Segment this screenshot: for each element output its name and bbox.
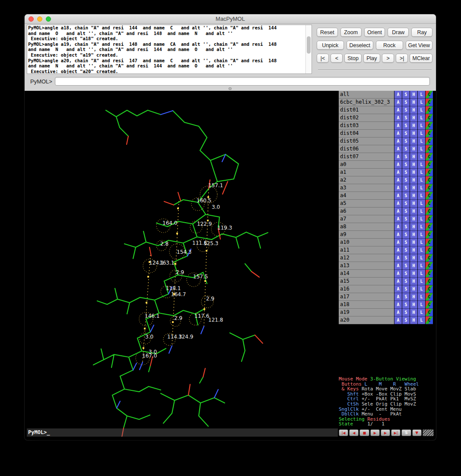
reset-button[interactable]: Reset (317, 28, 338, 37)
object-name[interactable]: a20 (339, 316, 394, 324)
object-action-h-button[interactable]: H (410, 106, 417, 114)
object-action-l-button[interactable]: L (418, 293, 425, 301)
close-button[interactable] (29, 16, 34, 22)
object-action-a-button[interactable]: A (394, 254, 402, 262)
movie-step-forward-button[interactable]: ▶ (381, 429, 390, 436)
object-action-h-button[interactable]: H (410, 130, 417, 137)
molecule-viewport[interactable]: 157.1160.53.0164.0122.9119.32.8111.6125.… (27, 91, 338, 437)
object-action-l-button[interactable]: L (418, 270, 425, 278)
object-action-l-button[interactable]: L (418, 153, 425, 161)
object-action-s-button[interactable]: S (402, 176, 410, 184)
splitter-handle[interactable] (229, 87, 232, 90)
fullscreen-button[interactable] (46, 16, 51, 22)
object-name[interactable]: dist05 (339, 137, 394, 145)
object-action-c-button[interactable]: C (426, 137, 433, 145)
object-action-c-button[interactable]: C (426, 153, 433, 161)
minimize-button[interactable] (37, 16, 42, 22)
object-action-a-button[interactable]: A (394, 130, 402, 137)
object-action-s-button[interactable]: S (402, 301, 410, 309)
object-name[interactable]: a1 (339, 169, 394, 176)
deselect-button[interactable]: Deselect (347, 41, 374, 50)
object-name[interactable]: dist01 (339, 106, 394, 114)
object-action-a-button[interactable]: A (394, 114, 402, 122)
object-action-c-button[interactable]: C (426, 200, 433, 208)
object-action-s-button[interactable]: S (402, 278, 410, 285)
object-action-c-button[interactable]: C (426, 239, 433, 246)
object-action-h-button[interactable]: H (410, 91, 417, 99)
movie-rewind-button[interactable]: |< (317, 54, 329, 63)
zoom-button[interactable]: Zoom (340, 28, 362, 37)
object-action-s-button[interactable]: S (402, 293, 410, 301)
object-action-s-button[interactable]: S (402, 200, 410, 208)
object-name[interactable]: a19 (339, 309, 394, 316)
object-action-a-button[interactable]: A (394, 153, 402, 161)
object-name[interactable]: a12 (339, 254, 394, 262)
object-action-h-button[interactable]: H (410, 208, 417, 215)
object-action-c-button[interactable]: C (426, 262, 433, 270)
object-action-c-button[interactable]: C (426, 130, 433, 137)
object-name[interactable]: dist02 (339, 114, 394, 122)
object-action-a-button[interactable]: A (394, 316, 402, 324)
object-action-l-button[interactable]: L (418, 223, 425, 231)
object-action-c-button[interactable]: C (426, 316, 433, 324)
object-action-l-button[interactable]: L (418, 137, 425, 145)
object-action-l-button[interactable]: L (418, 99, 425, 106)
object-action-c-button[interactable]: C (426, 208, 433, 215)
object-name[interactable]: a0 (339, 161, 394, 169)
object-name[interactable]: a4 (339, 192, 394, 200)
object-action-l-button[interactable]: L (418, 176, 425, 184)
object-action-l-button[interactable]: L (418, 192, 425, 200)
object-name[interactable]: a17 (339, 293, 394, 301)
object-action-s-button[interactable]: S (402, 231, 410, 239)
object-action-c-button[interactable]: C (426, 270, 433, 278)
draw-button[interactable]: Draw (388, 28, 409, 37)
object-name[interactable]: dist04 (339, 130, 394, 137)
object-action-c-button[interactable]: C (426, 184, 433, 192)
object-action-s-button[interactable]: S (402, 270, 410, 278)
object-action-h-button[interactable]: H (410, 254, 417, 262)
resize-grip[interactable] (423, 429, 434, 436)
object-action-s-button[interactable]: S (402, 91, 410, 99)
object-action-l-button[interactable]: L (418, 130, 425, 137)
object-action-a-button[interactable]: A (394, 231, 402, 239)
fullscreen-toggle-button[interactable]: ▼ (412, 429, 422, 436)
movie-stop-small-button[interactable]: ■ (359, 429, 369, 436)
object-action-s-button[interactable]: S (402, 316, 410, 324)
object-action-c-button[interactable]: C (426, 293, 433, 301)
object-action-l-button[interactable]: L (418, 262, 425, 270)
object-action-h-button[interactable]: H (410, 293, 417, 301)
object-action-c-button[interactable]: C (426, 285, 433, 293)
object-name[interactable]: dist03 (339, 122, 394, 130)
object-action-a-button[interactable]: A (394, 137, 402, 145)
object-action-a-button[interactable]: A (394, 285, 402, 293)
object-action-c-button[interactable]: C (426, 99, 433, 106)
object-name[interactable]: a3 (339, 184, 394, 192)
object-name[interactable]: a6 (339, 208, 394, 215)
object-action-h-button[interactable]: H (410, 301, 417, 309)
object-action-s-button[interactable]: S (402, 130, 410, 137)
object-action-h-button[interactable]: H (410, 316, 417, 324)
object-action-l-button[interactable]: L (418, 278, 425, 285)
object-action-s-button[interactable]: S (402, 223, 410, 231)
object-action-c-button[interactable]: C (426, 231, 433, 239)
object-action-a-button[interactable]: A (394, 145, 402, 153)
object-action-h-button[interactable]: H (410, 262, 417, 270)
object-action-l-button[interactable]: L (418, 106, 425, 114)
object-action-l-button[interactable]: L (418, 161, 425, 169)
object-action-h-button[interactable]: H (410, 184, 417, 192)
object-action-h-button[interactable]: H (410, 278, 417, 285)
object-action-h-button[interactable]: H (410, 192, 417, 200)
object-action-c-button[interactable]: C (426, 246, 433, 254)
object-name[interactable]: a10 (339, 239, 394, 246)
movie-back-button[interactable]: < (331, 54, 343, 63)
object-action-a-button[interactable]: A (394, 200, 402, 208)
object-action-a-button[interactable]: A (394, 184, 402, 192)
object-action-a-button[interactable]: A (394, 239, 402, 246)
object-action-l-button[interactable]: L (418, 184, 425, 192)
object-action-h-button[interactable]: H (410, 239, 417, 246)
object-action-c-button[interactable]: C (426, 145, 433, 153)
object-action-h-button[interactable]: H (410, 169, 417, 176)
object-action-a-button[interactable]: A (394, 262, 402, 270)
object-action-h-button[interactable]: H (410, 231, 417, 239)
object-action-c-button[interactable]: C (426, 161, 433, 169)
